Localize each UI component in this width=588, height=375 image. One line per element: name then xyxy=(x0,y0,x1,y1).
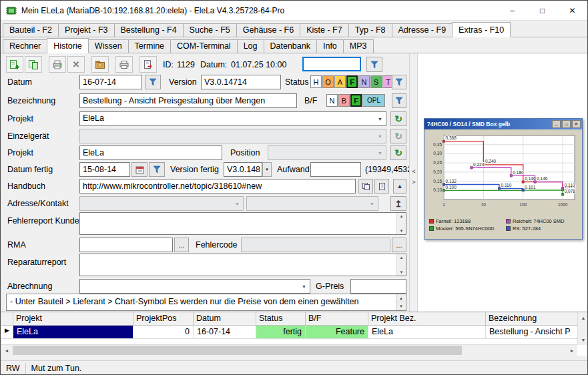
handbuch-open-button[interactable] xyxy=(374,179,389,194)
datum-fertig-calendar-button[interactable] xyxy=(131,162,148,177)
chart-window-titlebar[interactable]: 74HC00 / SO14 / SMD Box gelb – □ ✕ xyxy=(424,119,582,129)
fehlerreport-textarea[interactable]: ▲ ▼ xyxy=(79,212,406,235)
projekt-combobox[interactable]: EleLa ▼ xyxy=(79,111,386,126)
adresse-goto-button[interactable]: ↥ xyxy=(390,196,406,211)
copy-record-button[interactable] xyxy=(25,56,42,73)
memo-spinner[interactable]: ▲ ▼ xyxy=(396,294,406,310)
fehlerreport-scrollbar[interactable]: ▲ ▼ xyxy=(396,213,406,234)
subtab-termine[interactable]: Termine xyxy=(128,39,171,53)
subtab-com-terminal[interactable]: COM-Terminal xyxy=(170,39,238,53)
column-header-projekt[interactable]: Projekt xyxy=(13,312,133,325)
print-label-button[interactable] xyxy=(49,56,66,73)
cell-bf[interactable]: Feature xyxy=(306,326,368,338)
status-box-f[interactable]: F xyxy=(346,75,358,88)
column-header-projektpos[interactable]: ProjektPos xyxy=(133,312,194,325)
tab-bestellung-f4[interactable]: Bestellung - F4 xyxy=(114,23,184,37)
handbuch-input[interactable]: http://www.mikrocontroller.net/topic/318… xyxy=(79,179,356,194)
tab-typ-f8[interactable]: Typ - F8 xyxy=(348,23,392,37)
tab-kiste-f7[interactable]: Kiste - F7 xyxy=(300,23,349,37)
handbuch-collapse-button[interactable]: ▲ xyxy=(393,179,406,194)
column-header-bf[interactable]: B/F xyxy=(306,312,368,325)
scroll-right-icon[interactable]: ► xyxy=(567,345,577,356)
chevron-down-icon[interactable]: ▼ xyxy=(374,112,386,125)
bf-filter-button[interactable] xyxy=(392,93,406,108)
cell-projekt[interactable]: EleLa xyxy=(13,326,133,338)
datum-filter-button[interactable] xyxy=(145,75,161,89)
status-box-n[interactable]: N xyxy=(358,75,370,88)
status-box-a[interactable]: A xyxy=(334,75,346,88)
reparaturreport-textarea[interactable]: ▲ ▼ xyxy=(79,254,406,276)
datum-fertig-filter-button[interactable] xyxy=(149,162,165,177)
tab-bauteil-f2[interactable]: Bauteil - F2 xyxy=(3,23,59,37)
subtab-rechner[interactable]: Rechner xyxy=(3,39,47,53)
bf-box-f[interactable]: F xyxy=(350,94,362,107)
bf-box-opl[interactable]: OPL xyxy=(362,94,385,107)
projekt-goto-button[interactable]: ↻ xyxy=(390,111,406,126)
delete-record-button[interactable]: ✕ xyxy=(67,56,85,73)
scroll-down-icon[interactable]: ▼ xyxy=(578,334,588,345)
fehlercode-browse-button[interactable]: ... xyxy=(392,238,406,252)
abrechnung-combobox[interactable]: ▼ xyxy=(79,279,310,294)
column-header-status[interactable]: Status xyxy=(256,312,306,325)
tab-extras-f10[interactable]: Extras - F10 xyxy=(452,22,511,37)
version-fertig-input[interactable]: V3.0.148 xyxy=(224,162,262,177)
chart-close-button[interactable]: ✕ xyxy=(572,120,581,128)
scroll-up-icon[interactable]: ▲ xyxy=(400,214,404,218)
maximize-button[interactable]: □ xyxy=(527,1,557,20)
bf-box-b[interactable]: B xyxy=(338,94,350,107)
cell-projekt-bez[interactable]: EleLa xyxy=(368,326,486,338)
column-header-projekt-bez[interactable]: Projekt Bez. xyxy=(368,312,486,325)
bezeichnung-input[interactable]: Bestellung - Ansicht Preisgestalung über… xyxy=(79,93,297,108)
version-fertig-spin-button[interactable]: ▼ xyxy=(262,162,272,177)
subtab-log[interactable]: Log xyxy=(237,39,264,53)
status-filter-button[interactable] xyxy=(392,75,406,89)
status-box-h[interactable]: H xyxy=(310,75,322,88)
grid-horizontal-scrollbar[interactable]: ◄ ► xyxy=(1,344,577,356)
scroll-down-icon[interactable]: ▼ xyxy=(400,229,404,233)
chevron-down-icon[interactable]: ▼ xyxy=(298,280,310,293)
tab-gehaeuse-f6[interactable]: Gehäuse - F6 xyxy=(236,23,300,37)
splitter-collapse-left-button[interactable]: < xyxy=(410,167,417,176)
bf-box-n[interactable]: N xyxy=(326,94,338,107)
scrollbar-thumb[interactable] xyxy=(13,346,462,355)
splitter-collapse-right-button[interactable]: > xyxy=(410,177,417,187)
grid-vertical-scrollbar[interactable]: ▲ ▼ xyxy=(577,312,588,345)
g-preis-input[interactable] xyxy=(350,279,406,294)
memo-box[interactable]: - Unter Bauteil > Lieferant > Chart-Symb… xyxy=(6,294,406,311)
status-box-s[interactable]: S xyxy=(370,75,382,88)
add-record-button[interactable] xyxy=(6,56,23,73)
panel-splitter[interactable]: < > xyxy=(409,53,418,312)
tab-adresse-f9[interactable]: Adresse - F9 xyxy=(392,23,453,37)
chart-maximize-button[interactable]: □ xyxy=(562,120,571,128)
subtab-datenbank[interactable]: Datenbank xyxy=(264,39,317,53)
quick-filter-button[interactable] xyxy=(366,57,382,72)
scroll-left-icon[interactable]: ◄ xyxy=(1,345,12,356)
version-input[interactable]: V3.0.14714 xyxy=(201,75,281,89)
handbuch-copy-button[interactable] xyxy=(358,179,373,194)
aufwand-input[interactable] xyxy=(310,162,361,177)
cell-status[interactable]: fertig xyxy=(256,326,306,338)
status-box-o[interactable]: O xyxy=(322,75,334,88)
minimize-button[interactable]: – xyxy=(497,1,527,20)
spin-down-icon[interactable]: ▼ xyxy=(396,302,406,310)
spin-up-icon[interactable]: ▲ xyxy=(396,294,406,302)
rma-browse-button[interactable]: ... xyxy=(174,238,189,252)
position-goto-button[interactable]: ↻ xyxy=(390,145,406,160)
tab-suche-f5[interactable]: Suche - F5 xyxy=(183,23,237,37)
quick-search-input[interactable] xyxy=(302,57,361,71)
print-button[interactable] xyxy=(115,56,133,73)
einzelgeraet-goto-button[interactable]: ↻ xyxy=(390,129,406,143)
datum-input[interactable]: 16-07-14 xyxy=(79,75,142,89)
tab-projekt-f3[interactable]: Projekt - F3 xyxy=(58,23,115,37)
datum-fertig-input[interactable]: 15-08-14 xyxy=(79,162,130,177)
chart-minimize-button[interactable]: – xyxy=(552,120,561,128)
cell-bezeichnung[interactable]: Bestellung - Ansicht P xyxy=(486,326,577,338)
grid-row[interactable]: ▶ EleLa 0 16-07-14 fertig Feature EleLa … xyxy=(1,326,588,339)
subtab-historie[interactable]: Historie xyxy=(47,38,88,53)
subtab-mp3[interactable]: MP3 xyxy=(343,39,374,53)
rma-input[interactable] xyxy=(79,238,173,252)
cell-datum[interactable]: 16-07-14 xyxy=(194,326,256,338)
projekt2-input[interactable]: EleLa xyxy=(79,145,222,160)
subtab-wissen[interactable]: Wissen xyxy=(88,39,129,53)
reparaturreport-scrollbar[interactable]: ▲ ▼ xyxy=(396,254,406,276)
